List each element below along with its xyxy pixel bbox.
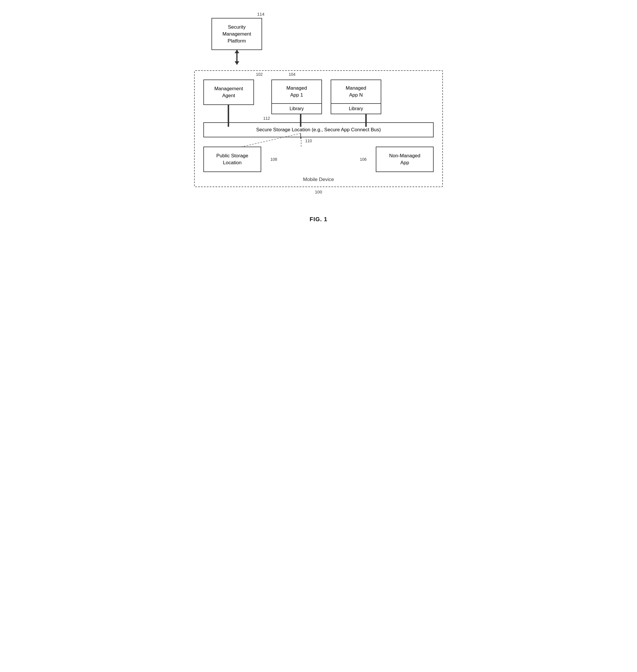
public-storage-text: Public StorageLocation: [216, 153, 249, 165]
management-agent-box: ManagementAgent: [203, 79, 254, 105]
managed-app-n-wrapper: ManagedApp N Library: [331, 79, 381, 114]
management-agent-text: ManagementAgent: [214, 86, 243, 98]
managed-app-1-wrapper: ManagedApp 1 Library 112: [271, 79, 322, 114]
inner-content: 102 ManagementAgent 104 ManagedApp 1: [203, 79, 434, 172]
mobile-device-label: Mobile Device: [303, 177, 334, 183]
bottom-connector-space: 110: [203, 137, 434, 147]
management-agent-ref: 102: [256, 72, 263, 77]
non-managed-ref: 106: [360, 157, 366, 162]
mobile-device-ref: 100: [315, 189, 322, 194]
managed-app-1-title: ManagedApp 1: [272, 80, 322, 103]
non-managed-text: Non-ManagedApp: [389, 153, 420, 165]
top-row: 102 ManagementAgent 104 ManagedApp 1: [203, 79, 434, 114]
security-management-platform-box: SecurityManagementPlatform: [212, 18, 262, 50]
bottom-line-svg: [203, 137, 434, 147]
management-agent-wrapper: 102 ManagementAgent: [203, 79, 254, 114]
figure-label: FIG. 1: [310, 216, 327, 223]
managed-app-n-title: ManagedApp N: [331, 80, 381, 103]
connectors-spacer: [203, 114, 434, 122]
managed-app-1-library: Library: [272, 103, 322, 114]
non-managed-app-box: Non-ManagedApp: [376, 147, 434, 172]
managed-app-n-text: ManagedApp N: [346, 85, 366, 98]
arrow-line: [236, 50, 237, 64]
managed-app-n-library: Library: [331, 103, 381, 114]
ref-110: 110: [305, 138, 312, 143]
public-storage-ref: 108: [271, 157, 277, 162]
secure-storage-bar: Secure Storage Location (e.g., Secure Ap…: [203, 122, 434, 137]
diagram-wrapper: 114 SecurityManagementPlatform: [194, 12, 443, 223]
secure-storage-text: Secure Storage Location (e.g., Secure Ap…: [256, 127, 381, 132]
managed-app-n-box: ManagedApp N Library: [331, 79, 381, 114]
public-storage-wrapper: Public StorageLocation 108: [203, 147, 261, 172]
managed-app-1-text: ManagedApp 1: [286, 85, 307, 98]
managed-app-1-box: ManagedApp 1 Library: [271, 79, 322, 114]
smp-container: 114 SecurityManagementPlatform: [194, 12, 443, 70]
library-n-text: Library: [349, 106, 363, 111]
smp-arrow: [212, 50, 262, 70]
mobile-ref-row: 100: [194, 187, 443, 199]
smp-ref-label: 114: [257, 12, 265, 17]
public-storage-box: Public StorageLocation: [203, 147, 261, 172]
mobile-device-box: 102 ManagementAgent 104 ManagedApp 1: [194, 70, 443, 187]
bottom-row: Public StorageLocation 108 Non-ManagedAp…: [203, 147, 434, 172]
managed-apps-container: 104 ManagedApp 1 Library 112: [254, 79, 434, 114]
library-1-text: Library: [290, 106, 304, 111]
non-managed-app-wrapper: Non-ManagedApp 106: [376, 147, 434, 172]
smp-text: SecurityManagementPlatform: [222, 24, 251, 44]
managed-app-ref: 104: [289, 72, 295, 77]
